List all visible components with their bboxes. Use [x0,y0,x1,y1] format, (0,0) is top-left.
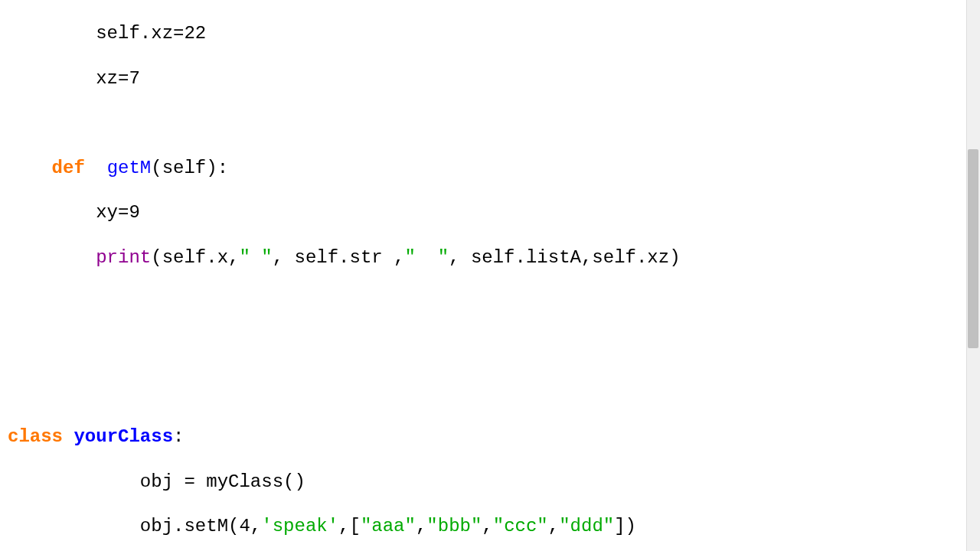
code-line: xz=7 [8,67,957,90]
code-line [8,336,957,358]
code-line: obj = myClass() [8,471,957,493]
vertical-scrollbar[interactable] [966,0,980,551]
code-line: self.xz=22 [8,22,957,44]
code-line: xy=9 [8,201,957,223]
code-line: print(self.x," ", self.str ," ", self.li… [8,246,957,269]
code-editor[interactable]: self.xz=22 xz=7 def getM(self): xy=9 pri… [0,0,965,551]
code-line [8,381,957,403]
code-line [8,112,957,134]
scrollbar-thumb[interactable] [968,149,978,348]
code-line [8,291,957,313]
code-line: def getM(self): [8,157,957,179]
code-line: class yourClass: [8,425,957,448]
code-line: obj.setM(4,'speak',["aaa","bbb","ccc","d… [8,515,957,537]
